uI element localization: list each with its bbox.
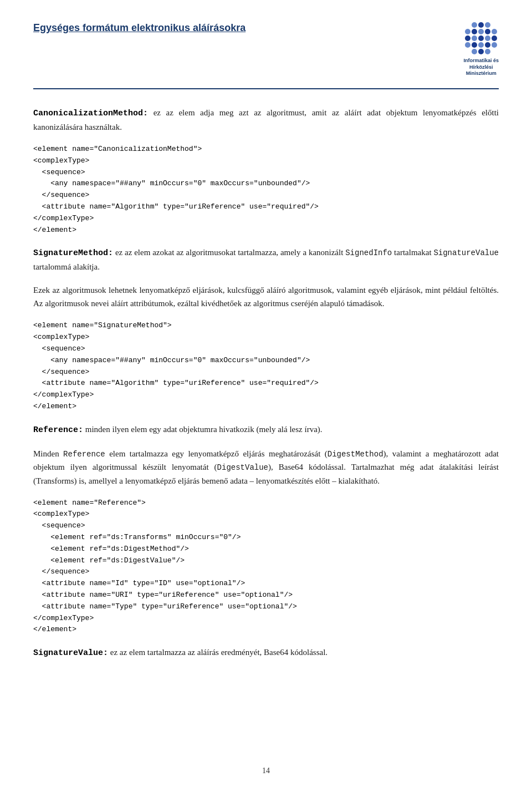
reference-text: minden ilyen elem egy adat objektumra hi…: [85, 425, 323, 434]
page-header: Egységes formátum elektronikus aláírások…: [33, 22, 499, 89]
signaturemethod-desc: Ezek az algoritmusok lehetnek lenyomatké…: [33, 283, 499, 310]
canonicalization-code: <element name="CanonicalizationMethod"> …: [33, 144, 499, 236]
page-container: Egységes formátum elektronikus aláírások…: [0, 0, 532, 792]
digestvalue-code-inline: DigestValue: [217, 463, 268, 472]
signaturemethod-code: <element name="SignatureMethod"> <comple…: [33, 320, 499, 412]
signaturemethod-title: SignatureMethod:: [33, 248, 113, 258]
page-footer: 14: [0, 766, 532, 775]
signaturemethod-text2: tartalmakat: [392, 248, 433, 257]
page-number: 14: [262, 766, 270, 775]
signaturevalue-title: SignatureValue:: [33, 648, 108, 658]
reference-title: Reference:: [33, 425, 83, 435]
logo-text: Informatikai és Hírközlési Minisztérium: [463, 58, 499, 77]
signaturevalue-intro: SignatureValue: ez az elem tartalmazza a…: [33, 646, 499, 660]
reference-code: <element name="Reference"> <complexType>…: [33, 497, 499, 636]
signaturemethod-intro: SignatureMethod: ez az elem azokat az al…: [33, 246, 499, 273]
signedinfo-code: SignedInfo: [345, 248, 392, 257]
signaturevalue-text: ez az elem tartalmazza az aláírás eredmé…: [108, 648, 328, 657]
signaturemethod-text3: tartalommá alakítja.: [33, 262, 100, 271]
signaturevalue-code-inline: SignatureValue: [433, 248, 499, 257]
header-title[interactable]: Egységes formátum elektronikus aláírások…: [33, 22, 245, 34]
logo-dots: [465, 22, 497, 54]
main-content: CanonicalizationMethod: ez az elem adja …: [33, 106, 499, 660]
signaturemethod-text1: ez az elem azokat az algoritmusokat tart…: [115, 248, 345, 257]
digestmethod-code-inline: DigestMethod: [328, 450, 383, 459]
canonicalization-intro: CanonicalizationMethod: ez az elem adja …: [33, 106, 499, 134]
reference-code-inline: Reference: [63, 450, 105, 459]
canonicalization-title: CanonicalizationMethod:: [33, 109, 148, 118]
reference-desc: Minden Reference elem tartalmazza egy le…: [33, 447, 499, 488]
logo-container: Informatikai és Hírközlési Minisztérium: [463, 22, 499, 77]
reference-intro: Reference: minden ilyen elem egy adat ob…: [33, 423, 499, 437]
